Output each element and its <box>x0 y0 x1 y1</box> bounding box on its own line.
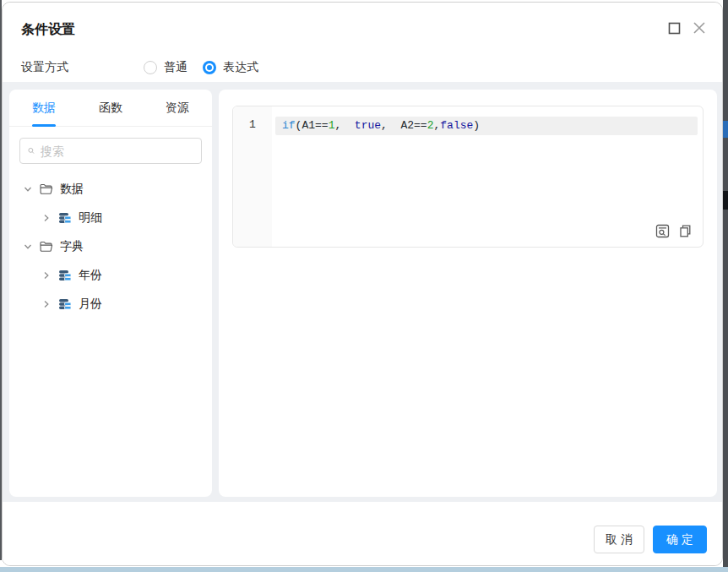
copy-icon <box>678 224 693 238</box>
dataset-icon <box>58 298 72 311</box>
close-icon <box>693 21 706 35</box>
search-box[interactable] <box>19 138 202 164</box>
code-token: true <box>355 119 381 132</box>
search-icon <box>28 144 35 157</box>
search-code-icon <box>655 224 670 238</box>
code-token: if <box>282 119 296 132</box>
radio-expression-circle[interactable] <box>203 61 216 74</box>
search-code-button[interactable] <box>655 224 670 238</box>
line-number: 1 <box>233 118 272 131</box>
setting-method-label: 设置方式 <box>21 60 68 75</box>
tab-resources[interactable]: 资源 <box>166 90 189 127</box>
backdrop-page-right-edge <box>723 0 728 567</box>
chevron-down-icon[interactable] <box>22 242 34 251</box>
tree-label: 字典 <box>60 239 84 254</box>
tree-folder-data[interactable]: 数据 <box>9 175 212 204</box>
tree-item-month[interactable]: 月份 <box>9 290 212 319</box>
tab-functions[interactable]: 函数 <box>99 90 122 127</box>
condition-settings-dialog: 条件设置 设置方式 普通 <box>2 2 723 566</box>
tree-label: 年份 <box>79 268 102 283</box>
copy-button[interactable] <box>678 224 693 238</box>
backdrop-bottom-strip <box>0 567 728 572</box>
data-tree: 数据 明细 <box>9 175 212 319</box>
chevron-right-icon[interactable] <box>41 271 52 280</box>
radio-normal-circle[interactable] <box>144 61 157 74</box>
code-token: false <box>440 119 473 132</box>
backdrop-blue-fragment <box>723 121 728 138</box>
maximize-button[interactable] <box>666 20 682 35</box>
dataset-icon <box>58 270 72 282</box>
dialog-header: 条件设置 设置方式 普通 <box>3 3 722 82</box>
maximize-icon <box>668 22 681 35</box>
confirm-button[interactable]: 确 定 <box>653 526 707 553</box>
right-panel: 1 if(A1==1, true, A2==2,false) <box>219 90 717 497</box>
chevron-right-icon[interactable] <box>41 300 52 308</box>
dataset-icon <box>58 212 72 225</box>
backdrop-dark-fragment <box>723 191 728 210</box>
radio-expression-label: 表达式 <box>223 60 258 75</box>
tree-folder-dictionary[interactable]: 字典 <box>9 232 212 261</box>
close-button[interactable] <box>692 20 707 35</box>
screen: 条件设置 设置方式 普通 <box>0 0 728 572</box>
cancel-button[interactable]: 取 消 <box>594 526 644 553</box>
tree-item-detail[interactable]: 明细 <box>9 204 212 232</box>
dialog-title: 条件设置 <box>21 21 75 39</box>
folder-icon <box>40 241 53 253</box>
tree-label: 月份 <box>79 297 102 312</box>
chevron-right-icon[interactable] <box>41 214 52 222</box>
code-line[interactable]: if(A1==1, true, A2==2,false) <box>282 119 480 132</box>
left-panel-tabs: 数据 函数 资源 <box>9 90 212 127</box>
code-token: ) <box>473 119 480 132</box>
dialog-footer: 取 消 确 定 <box>3 502 722 565</box>
radio-normal[interactable]: 普通 <box>144 60 187 75</box>
expression-editor[interactable]: 1 if(A1==1, true, A2==2,false) <box>232 106 704 248</box>
folder-icon <box>40 183 53 195</box>
editor-toolbar <box>655 224 693 238</box>
tree-label: 明细 <box>79 210 102 226</box>
tree-item-year[interactable]: 年份 <box>9 261 212 290</box>
left-panel: 数据 函数 资源 <box>9 90 212 497</box>
code-token: , A2== <box>381 119 427 132</box>
tree-label: 数据 <box>60 182 84 197</box>
radio-normal-label: 普通 <box>164 60 187 75</box>
setting-method-row: 设置方式 普通 表达式 <box>21 59 274 76</box>
radio-expression[interactable]: 表达式 <box>203 60 258 75</box>
chevron-down-icon[interactable] <box>22 185 34 193</box>
search-input[interactable] <box>41 144 193 158</box>
code-token: (A1== <box>296 119 329 132</box>
dialog-body: 数据 函数 资源 <box>3 82 722 504</box>
code-token: , <box>334 119 354 132</box>
setting-method-radio-group: 普通 表达式 <box>144 60 274 75</box>
tab-data[interactable]: 数据 <box>32 90 56 127</box>
